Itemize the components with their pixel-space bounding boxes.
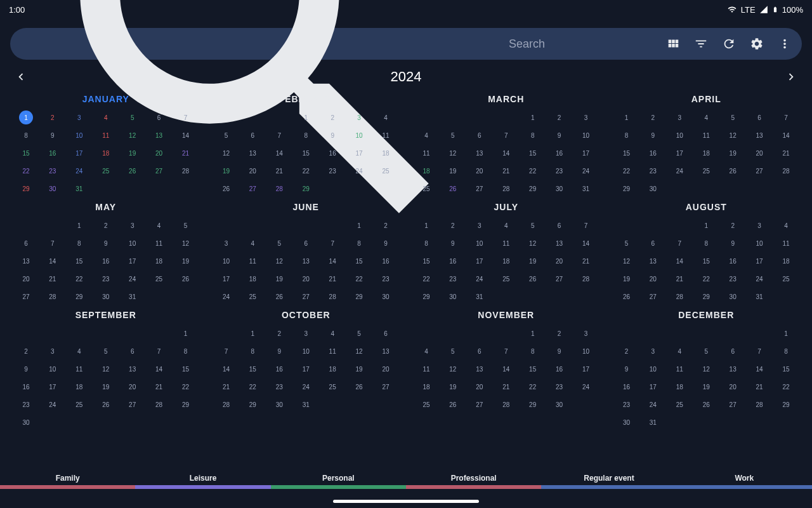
day-cell[interactable]: 11 [66, 361, 93, 377]
day-cell[interactable]: 25 [413, 396, 440, 413]
day-cell[interactable]: 21 [773, 145, 799, 161]
day-cell[interactable]: 26 [119, 163, 146, 179]
day-cell[interactable]: 21 [493, 378, 520, 395]
day-cell[interactable]: 18 [493, 253, 520, 269]
day-cell[interactable]: 22 [413, 271, 440, 287]
day-cell[interactable]: 12 [346, 343, 372, 359]
day-cell[interactable]: 30 [613, 414, 640, 431]
day-cell[interactable]: 25 [773, 271, 799, 287]
day-cell[interactable]: 13 [546, 235, 573, 251]
day-cell[interactable]: 8 [773, 343, 799, 359]
day-cell[interactable]: 24 [639, 396, 666, 413]
day-cell[interactable]: 8 [346, 235, 372, 251]
day-cell[interactable]: 13 [292, 253, 319, 269]
day-cell[interactable]: 1 [773, 325, 799, 342]
day-cell[interactable]: 29 [13, 180, 39, 197]
day-cell[interactable]: 10 [746, 235, 773, 251]
day-cell[interactable]: 15 [613, 145, 640, 161]
day-cell[interactable]: 28 [213, 396, 240, 413]
day-cell[interactable]: 22 [66, 271, 93, 287]
day-cell[interactable]: 26 [693, 396, 719, 413]
day-cell[interactable]: 13 [466, 145, 493, 161]
day-cell[interactable]: 4 [413, 343, 440, 359]
day-cell[interactable]: 25 [146, 271, 173, 287]
day-cell[interactable]: 19 [719, 145, 746, 161]
day-cell[interactable]: 25 [93, 163, 119, 179]
search-input[interactable] [509, 37, 656, 51]
day-cell[interactable]: 12 [266, 253, 292, 269]
legend-item[interactable]: Professional [406, 474, 541, 483]
day-cell[interactable]: 9 [546, 127, 573, 144]
day-cell[interactable]: 15 [413, 253, 440, 269]
day-cell[interactable]: 25 [239, 288, 266, 305]
day-cell[interactable]: 14 [213, 361, 240, 377]
day-cell[interactable]: 1 [693, 217, 719, 234]
day-cell[interactable]: 14 [666, 253, 693, 269]
day-cell[interactable]: 8 [239, 343, 266, 359]
day-cell[interactable]: 24 [746, 271, 773, 287]
day-cell[interactable]: 4 [693, 109, 719, 126]
day-cell[interactable]: 6 [239, 127, 266, 144]
day-cell[interactable]: 6 [639, 235, 666, 251]
day-cell[interactable]: 24 [119, 271, 146, 287]
day-cell[interactable]: 9 [719, 235, 746, 251]
day-cell[interactable]: 16 [613, 378, 640, 395]
day-cell[interactable]: 16 [266, 361, 292, 377]
day-cell[interactable]: 12 [93, 361, 119, 377]
day-cell[interactable]: 25 [493, 271, 520, 287]
day-cell[interactable]: 28 [573, 271, 599, 287]
day-cell[interactable]: 11 [319, 343, 346, 359]
day-cell[interactable]: 11 [413, 361, 440, 377]
day-cell[interactable]: 15 [66, 253, 93, 269]
day-cell[interactable]: 10 [666, 127, 693, 144]
day-cell[interactable]: 4 [239, 235, 266, 251]
day-cell[interactable]: 10 [346, 127, 372, 144]
day-cell[interactable]: 7 [493, 343, 520, 359]
day-cell[interactable]: 27 [119, 396, 146, 413]
day-cell[interactable]: 4 [319, 325, 346, 342]
day-cell[interactable]: 19 [213, 163, 240, 179]
month-march[interactable]: MARCH12345678910111213141516171819202122… [409, 91, 603, 199]
day-cell[interactable]: 11 [493, 235, 520, 251]
day-cell[interactable]: 11 [93, 127, 119, 144]
day-cell[interactable]: 9 [440, 235, 466, 251]
day-cell[interactable]: 20 [146, 145, 173, 161]
day-cell[interactable]: 28 [666, 288, 693, 305]
day-cell[interactable]: 10 [573, 343, 599, 359]
day-cell[interactable]: 1 [520, 325, 546, 342]
day-cell[interactable]: 7 [746, 343, 773, 359]
day-cell[interactable]: 1 [66, 217, 93, 234]
day-cell[interactable]: 27 [466, 180, 493, 197]
day-cell[interactable]: 23 [266, 378, 292, 395]
day-cell[interactable]: 28 [493, 396, 520, 413]
day-cell[interactable]: 18 [413, 378, 440, 395]
day-cell[interactable]: 25 [666, 396, 693, 413]
day-cell[interactable]: 31 [746, 288, 773, 305]
day-cell[interactable]: 24 [466, 271, 493, 287]
day-cell[interactable]: 30 [546, 396, 573, 413]
day-cell[interactable]: 8 [173, 343, 199, 359]
day-cell[interactable]: 10 [292, 343, 319, 359]
day-cell[interactable]: 27 [13, 288, 39, 305]
day-cell[interactable]: 16 [13, 378, 39, 395]
day-cell[interactable]: 31 [639, 414, 666, 431]
day-cell[interactable]: 19 [693, 378, 719, 395]
day-cell[interactable]: 3 [292, 325, 319, 342]
day-cell[interactable]: 6 [466, 343, 493, 359]
day-cell[interactable]: 6 [119, 343, 146, 359]
day-cell[interactable]: 22 [693, 271, 719, 287]
day-cell[interactable]: 22 [346, 271, 372, 287]
day-cell[interactable]: 20 [372, 361, 399, 377]
day-cell[interactable]: 29 [239, 396, 266, 413]
day-cell[interactable]: 26 [440, 396, 466, 413]
day-cell[interactable]: 16 [39, 145, 66, 161]
day-cell[interactable]: 29 [346, 288, 372, 305]
day-cell[interactable]: 13 [13, 253, 39, 269]
day-cell[interactable]: 22 [13, 163, 39, 179]
day-cell[interactable]: 5 [266, 235, 292, 251]
month-february[interactable]: FEBRUARY12345678910111213141516171819202… [209, 91, 403, 199]
day-cell[interactable]: 14 [146, 361, 173, 377]
day-cell[interactable]: 18 [146, 253, 173, 269]
day-cell[interactable]: 16 [93, 253, 119, 269]
day-cell[interactable]: 27 [146, 163, 173, 179]
